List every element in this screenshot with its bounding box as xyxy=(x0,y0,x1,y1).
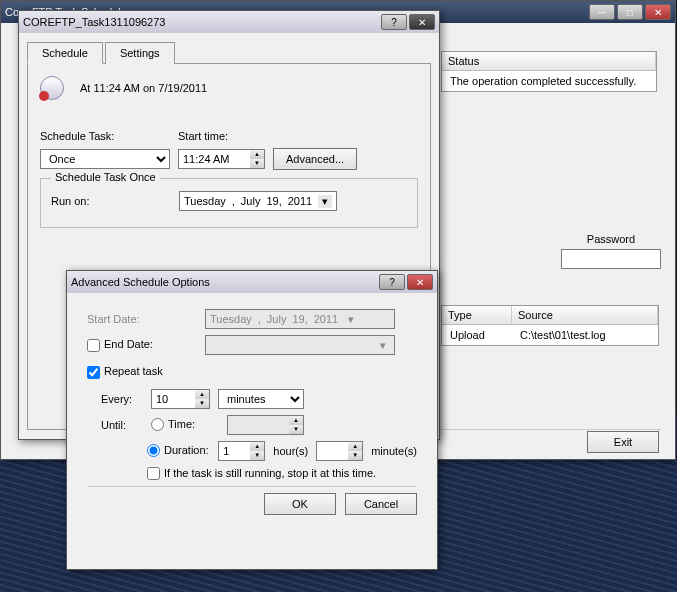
duration-hours-input[interactable] xyxy=(218,441,250,461)
table-row[interactable]: Upload C:\test\01\test.log xyxy=(444,327,656,343)
chevron-down-icon: ▾ xyxy=(344,313,358,326)
ok-button[interactable]: OK xyxy=(264,493,336,515)
chevron-down-icon[interactable]: ▾ xyxy=(318,195,332,208)
minutes-label: minute(s) xyxy=(371,445,417,457)
schedule-once-group: Schedule Task Once Run on: Tuesday, July… xyxy=(40,178,418,228)
group-title: Schedule Task Once xyxy=(51,171,160,183)
help-button[interactable]: ? xyxy=(379,274,405,290)
chevron-down-icon: ▾ xyxy=(376,339,390,352)
start-date-label: Start Date: xyxy=(87,313,197,325)
close-button[interactable]: ✕ xyxy=(407,274,433,290)
schedule-task-select[interactable]: Once xyxy=(40,149,170,169)
status-table: Status The operation completed successfu… xyxy=(441,51,657,92)
end-date-label: End Date: xyxy=(104,338,153,350)
exit-button[interactable]: Exit xyxy=(587,431,659,453)
run-on-date[interactable]: Tuesday, July 19, 2011 ▾ xyxy=(179,191,337,211)
until-label: Until: xyxy=(101,419,143,431)
stop-label: If the task is still running, stop it at… xyxy=(164,467,376,479)
status-message: The operation completed successfully. xyxy=(444,73,654,89)
repeat-task-checkbox[interactable] xyxy=(87,366,100,379)
tab-settings[interactable]: Settings xyxy=(105,42,175,64)
maximize-button[interactable]: □ xyxy=(617,4,643,20)
every-value[interactable] xyxy=(151,389,195,409)
tab-strip: Schedule Settings xyxy=(27,41,431,64)
duration-minutes-spinner[interactable]: ▲▼ xyxy=(316,441,363,461)
advanced-title: Advanced Schedule Options xyxy=(71,276,379,288)
close-button[interactable]: ✕ xyxy=(645,4,671,20)
start-time-spinner[interactable]: ▲▼ xyxy=(178,149,265,169)
until-time-input[interactable] xyxy=(227,415,289,435)
schedule-title: COREFTP_Task1311096273 xyxy=(23,16,381,28)
col-type: Type xyxy=(442,306,512,324)
password-field[interactable] xyxy=(561,249,661,269)
duration-hours-spinner[interactable]: ▲▼ xyxy=(218,441,265,461)
start-time-label: Start time: xyxy=(178,130,258,142)
password-label: Password xyxy=(561,233,661,245)
until-time-spinner[interactable]: ▲▼ xyxy=(227,415,304,435)
hours-label: hour(s) xyxy=(273,445,308,457)
tab-schedule[interactable]: Schedule xyxy=(27,42,103,64)
schedule-icon xyxy=(40,76,64,100)
minimize-button[interactable]: ─ xyxy=(589,4,615,20)
end-date-field: ▾ xyxy=(205,335,395,355)
start-time-input[interactable] xyxy=(178,149,250,169)
close-button[interactable]: ✕ xyxy=(409,14,435,30)
schedule-summary: At 11:24 AM on 7/19/2011 xyxy=(80,82,207,94)
spin-up[interactable]: ▲ xyxy=(250,150,264,159)
stop-if-running-checkbox[interactable] xyxy=(147,467,160,480)
until-time-radio[interactable] xyxy=(151,418,164,431)
col-source: Source xyxy=(512,306,658,324)
every-label: Every: xyxy=(101,393,143,405)
col-status: Status xyxy=(442,52,656,70)
help-button[interactable]: ? xyxy=(381,14,407,30)
duration-minutes-input[interactable] xyxy=(316,441,348,461)
every-spinner[interactable]: ▲▼ xyxy=(151,389,210,409)
spin-down[interactable]: ▼ xyxy=(250,159,264,168)
schedule-task-label: Schedule Task: xyxy=(40,130,170,142)
start-date-field: Tuesday, July 19, 2011 ▾ xyxy=(205,309,395,329)
repeat-label: Repeat task xyxy=(104,365,163,377)
every-unit-select[interactable]: minutes xyxy=(218,389,304,409)
cell-type: Upload xyxy=(444,327,514,343)
cancel-button[interactable]: Cancel xyxy=(345,493,417,515)
advanced-button[interactable]: Advanced... xyxy=(273,148,357,170)
titlebar-advanced[interactable]: Advanced Schedule Options ? ✕ xyxy=(67,271,437,293)
until-duration-radio[interactable] xyxy=(147,444,160,457)
run-on-label: Run on: xyxy=(51,195,171,207)
window-advanced: Advanced Schedule Options ? ✕ Start Date… xyxy=(66,270,438,570)
end-date-checkbox[interactable] xyxy=(87,339,100,352)
cell-source: C:\test\01\test.log xyxy=(514,327,612,343)
transfer-table: Type Source Upload C:\test\01\test.log xyxy=(441,305,659,346)
titlebar-schedule[interactable]: COREFTP_Task1311096273 ? ✕ xyxy=(19,11,439,33)
